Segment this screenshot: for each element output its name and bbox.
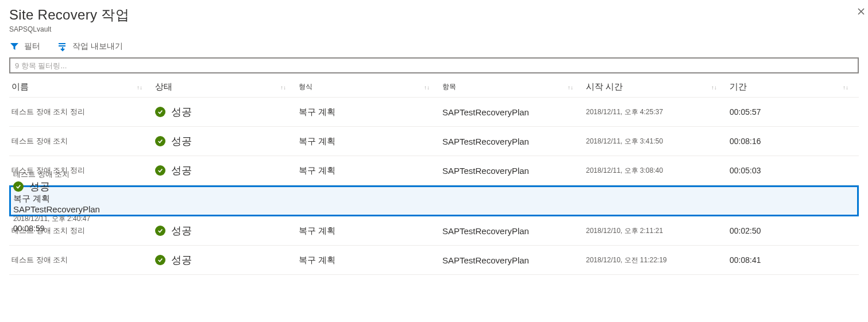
success-icon	[155, 136, 165, 146]
job-item: SAPTestRecoveryPlan	[442, 166, 529, 176]
close-icon	[858, 8, 865, 15]
duration: 00:05:57	[730, 107, 761, 117]
export-label: 작업 내보내기	[72, 41, 123, 52]
column-header-start-time[interactable]: 시작 시간 ↑↓	[584, 82, 727, 92]
status-label: 성공	[171, 164, 192, 177]
sort-icon: ↑↓	[137, 84, 142, 90]
status-label: 성공	[171, 253, 192, 267]
success-icon	[155, 107, 165, 117]
filter-input-container	[0, 57, 868, 77]
job-name: 테스트 장애 조치 정리	[11, 107, 85, 116]
job-type: 복구 계획	[299, 107, 335, 117]
column-header-type[interactable]: 형식 ↑↓	[296, 82, 440, 92]
job-name: 테스트 장애 조치	[11, 255, 68, 264]
sort-icon: ↑↓	[711, 84, 717, 90]
toolbar: 필터 작업 내보내기	[0, 33, 868, 57]
success-icon	[155, 255, 165, 265]
job-item: SAPTestRecoveryPlan	[442, 107, 529, 117]
job-type: 복구 계획	[299, 226, 335, 235]
job-item: SAPTestRecoveryPlan	[13, 204, 100, 214]
table-row[interactable]: 테스트 장애 조치성공복구 계획SAPTestRecoveryPlan2018/…	[9, 185, 859, 216]
job-name: 테스트 장애 조치	[11, 137, 68, 145]
status-label: 성공	[171, 224, 192, 238]
page-title: Site Recovery 작업	[9, 6, 859, 24]
start-time: 2018/12/11, 오후 3:41:50	[586, 137, 663, 145]
export-icon	[57, 41, 68, 52]
sort-icon: ↑↓	[424, 84, 430, 90]
start-time: 2018/12/11, 오후 4:25:37	[586, 108, 663, 116]
filter-input[interactable]	[9, 57, 859, 73]
funnel-icon	[9, 41, 20, 52]
start-time: 2018/12/10, 오후 2:11:21	[586, 227, 663, 235]
success-icon	[155, 165, 165, 176]
table-row[interactable]: 테스트 장애 조치 정리성공복구 계획SAPTestRecoveryPlan20…	[9, 216, 859, 246]
column-header-duration[interactable]: 기간 ↑↓	[727, 82, 859, 92]
svg-rect-0	[59, 43, 65, 44]
table-header-row: 이름 ↑↓ 상태 ↑↓ 형식 ↑↓ 항목 ↑↓ 시작 시간 ↑↓ 기간 ↑↓	[9, 77, 859, 98]
vault-name: SAPSQLvault	[9, 25, 859, 33]
sort-icon: ↑↓	[843, 84, 848, 90]
duration: 00:08:41	[730, 255, 761, 265]
job-type: 복구 계획	[299, 136, 335, 146]
start-time: 2018/12/10, 오전 11:22:19	[586, 256, 667, 264]
filter-label: 필터	[24, 41, 40, 52]
table-row[interactable]: 테스트 장애 조치성공복구 계획SAPTestRecoveryPlan2018/…	[9, 246, 859, 275]
duration: 00:02:50	[730, 226, 761, 235]
column-header-item[interactable]: 항목 ↑↓	[440, 82, 584, 92]
sort-icon: ↑↓	[568, 84, 573, 90]
status-label: 성공	[171, 105, 192, 119]
duration: 00:08:16	[730, 137, 761, 146]
close-button[interactable]	[854, 5, 868, 18]
start-time: 2018/12/11, 오후 3:08:40	[586, 166, 663, 174]
column-header-status[interactable]: 상태 ↑↓	[153, 82, 296, 92]
sort-icon: ↑↓	[280, 84, 286, 90]
status-label: 성공	[171, 134, 192, 148]
job-type: 복구 계획	[299, 165, 335, 175]
job-item: SAPTestRecoveryPlan	[442, 137, 529, 146]
job-type: 복구 계획	[299, 255, 335, 265]
job-name: 테스트 장애 조치	[13, 170, 70, 179]
page-header: Site Recovery 작업 SAPSQLvault	[0, 0, 868, 33]
export-jobs-button[interactable]: 작업 내보내기	[57, 41, 123, 52]
duration: 00:05:03	[730, 166, 761, 175]
table-row[interactable]: 테스트 장애 조치성공복구 계획SAPTestRecoveryPlan2018/…	[9, 127, 859, 156]
table-row[interactable]: 테스트 장애 조치 정리성공복구 계획SAPTestRecoveryPlan20…	[9, 98, 859, 127]
svg-rect-1	[59, 45, 65, 46]
job-name: 테스트 장애 조치 정리	[11, 226, 85, 235]
jobs-table: 이름 ↑↓ 상태 ↑↓ 형식 ↑↓ 항목 ↑↓ 시작 시간 ↑↓ 기간 ↑↓ 테…	[0, 77, 868, 275]
job-type: 복구 계획	[13, 193, 50, 203]
column-header-name[interactable]: 이름 ↑↓	[9, 82, 153, 92]
success-icon	[13, 181, 24, 192]
job-item: SAPTestRecoveryPlan	[442, 226, 529, 236]
filter-button[interactable]: 필터	[9, 41, 40, 52]
job-item: SAPTestRecoveryPlan	[442, 255, 529, 265]
status-label: 성공	[29, 180, 50, 193]
success-icon	[155, 226, 165, 236]
